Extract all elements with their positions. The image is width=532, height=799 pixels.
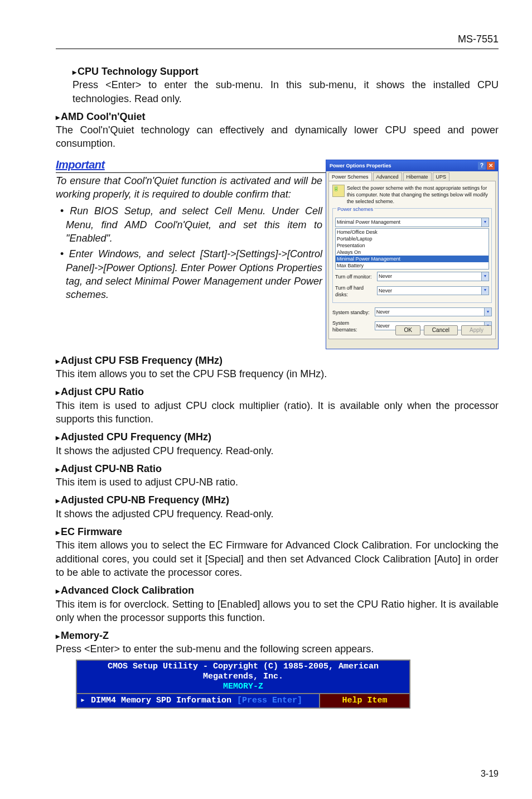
heading-amd-cnq: AMD Cool'n'Quiet <box>56 110 499 123</box>
scheme-option[interactable]: Portable/Laptop <box>336 235 489 242</box>
bios-help-label: Help Item <box>320 694 409 707</box>
important-label: Important <box>56 157 105 172</box>
header-model: MS-7551 <box>56 33 499 49</box>
label-hibernate: System hibernates: <box>332 320 371 333</box>
scheme-option[interactable]: Always On <box>336 249 489 256</box>
heading-adjust-fsb-label: Adjust CPU FSB Frequency (MHz) <box>61 355 223 366</box>
scheme-select-value: Minimal Power Management <box>336 218 481 226</box>
chevron-down-icon[interactable]: ▾ <box>481 218 489 226</box>
para-adv-clock: This item is for overclock. Setting to [… <box>56 598 499 625</box>
select-monitor[interactable]: Never▾ <box>377 272 489 281</box>
label-disks: Turn off hard disks: <box>335 285 374 298</box>
chevron-down-icon[interactable]: ▾ <box>481 287 489 295</box>
heading-adjusted-freq-label: Adjusted CPU Frequency (MHz) <box>61 431 211 442</box>
dialog-titlebar[interactable]: Power Options Properties ? ✕ <box>326 160 498 171</box>
heading-adv-clock-label: Advanced Clock Calibration <box>61 585 194 596</box>
bios-title-line1: CMOS Setup Utility - Copyright (C) 1985-… <box>79 662 407 682</box>
dialog-tabs: Power Schemes Advanced Hibernate UPS <box>326 171 498 181</box>
bios-title-line2: MEMORY-Z <box>79 682 407 692</box>
page-number: 3-19 <box>481 769 499 779</box>
power-options-dialog: Power Options Properties ? ✕ Power Schem… <box>326 160 499 349</box>
scheme-option[interactable]: Home/Office Desk <box>336 229 489 235</box>
para-amd-cnq: The Cool'n'Quiet technology can effectiv… <box>56 123 499 151</box>
ok-button[interactable]: OK <box>395 325 420 335</box>
tab-power-schemes[interactable]: Power Schemes <box>328 172 372 181</box>
label-standby: System standby: <box>332 309 371 316</box>
heading-adjust-fsb: Adjust CPU FSB Frequency (MHz) <box>56 354 499 367</box>
scheme-select[interactable]: Minimal Power Management ▾ <box>335 218 489 227</box>
dialog-title: Power Options Properties <box>330 162 391 169</box>
battery-icon: 🔋 <box>332 185 345 197</box>
para-memory-z: Press <Enter> to enter the sub-menu and … <box>56 642 499 656</box>
chevron-down-icon[interactable]: ▾ <box>484 308 491 316</box>
fieldset-legend: Power schemes <box>336 206 374 212</box>
heading-adjusted-nb-freq: Adjusted CPU-NB Frequency (MHz) <box>56 493 499 507</box>
heading-memory-z: Memory-Z <box>56 629 499 642</box>
tab-advanced[interactable]: Advanced <box>373 172 402 181</box>
heading-adjusted-nb-freq-label: Adjusted CPU-NB Frequency (MHz) <box>61 494 229 506</box>
para-adjusted-nb-freq: It shows the adjusted CPU frequency. Rea… <box>56 507 499 521</box>
cancel-button[interactable]: Cancel <box>424 325 458 335</box>
para-cpu-tech: Press <Enter> to enter the sub-menu. In … <box>72 78 499 105</box>
heading-ec-firmware-label: EC Firmware <box>61 526 122 537</box>
apply-button[interactable]: Apply <box>461 325 492 335</box>
para-adjust-fsb: This item allows you to set the CPU FSB … <box>56 367 499 381</box>
heading-cpu-tech-label: CPU Technology Support <box>78 66 199 77</box>
label-monitor: Turn off monitor: <box>335 273 374 280</box>
scheme-option-selected[interactable]: Minimal Power Management <box>336 256 489 262</box>
scheme-option[interactable]: Max Battery <box>336 262 489 269</box>
scheme-option[interactable]: Presentation <box>336 242 489 249</box>
heading-adjust-ratio: Adjust CPU Ratio <box>56 385 499 398</box>
heading-adv-clock: Advanced Clock Calibration <box>56 584 499 597</box>
para-adjust-nb-ratio: This item is used to adjust CPU-NB ratio… <box>56 475 499 489</box>
heading-adjusted-freq: Adjusted CPU Frequency (MHz) <box>56 430 499 444</box>
select-standby-value: Never <box>375 308 484 316</box>
scheme-listbox[interactable]: Home/Office Desk Portable/Laptop Present… <box>335 228 489 270</box>
heading-amd-cnq-label: AMD Cool'n'Quiet <box>61 111 146 122</box>
heading-cpu-tech: CPU Technology Support <box>72 65 499 78</box>
bios-item-label: DIMM4 Memory SPD Information <box>91 695 231 706</box>
heading-adjust-nb-ratio: Adjust CPU-NB Ratio <box>56 462 499 475</box>
bios-left-pane: ▸ DIMM4 Memory SPD Information [Press En… <box>77 694 320 707</box>
heading-ec-firmware: EC Firmware <box>56 525 499 538</box>
select-standby[interactable]: Never▾ <box>375 307 492 316</box>
tab-hibernate[interactable]: Hibernate <box>403 172 432 181</box>
para-adjusted-freq: It shows the adjusted CPU frequency. Rea… <box>56 444 499 458</box>
para-ec-firmware: This item allows you to select the EC Fi… <box>56 538 499 579</box>
close-icon[interactable]: ✕ <box>487 162 495 170</box>
chevron-down-icon[interactable]: ▾ <box>481 272 489 280</box>
heading-memory-z-label: Memory-Z <box>61 630 109 641</box>
dialog-hint: Select the power scheme with the most ap… <box>347 185 492 205</box>
select-disks-value: Never <box>378 287 481 295</box>
heading-adjust-ratio-label: Adjust CPU Ratio <box>61 386 144 397</box>
para-adjust-ratio: This item is used to adjust CPU clock mu… <box>56 399 499 426</box>
tab-ups[interactable]: UPS <box>433 172 450 181</box>
bios-arrow-icon: ▸ <box>80 695 85 706</box>
bios-item-value: [Press Enter] <box>237 695 302 706</box>
bios-screenshot: CMOS Setup Utility - Copyright (C) 1985-… <box>76 660 410 709</box>
heading-adjust-nb-ratio-label: Adjust CPU-NB Ratio <box>61 463 162 474</box>
select-disks[interactable]: Never▾ <box>377 286 489 295</box>
help-icon[interactable]: ? <box>478 162 486 170</box>
select-monitor-value: Never <box>378 272 481 280</box>
